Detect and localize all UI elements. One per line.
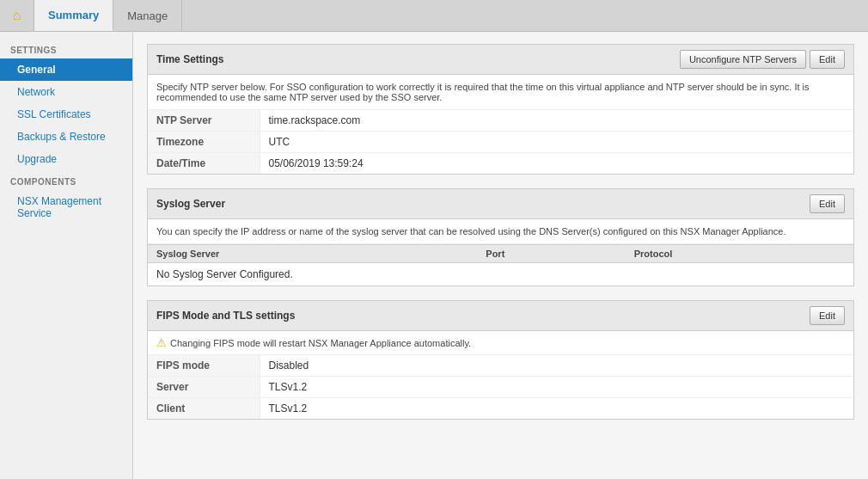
fips-warning: ⚠ Changing FIPS mode will restart NSX Ma… [148, 331, 853, 355]
tab-summary[interactable]: Summary [34, 0, 113, 31]
syslog-table-header-row: Syslog Server Port Protocol [148, 245, 853, 263]
col-syslog-server: Syslog Server [148, 245, 477, 263]
table-row: FIPS mode Disabled [148, 355, 853, 377]
syslog-server-title: Syslog Server [156, 198, 225, 210]
fips-section: FIPS Mode and TLS settings Edit ⚠ Changi… [147, 300, 854, 420]
time-settings-title: Time Settings [156, 53, 223, 65]
ntp-server-value: time.rackspace.com [260, 110, 853, 132]
datetime-label: Date/Time [148, 153, 260, 175]
sidebar: SETTINGS General Network SSL Certificate… [0, 32, 133, 479]
table-row: Client TLSv1.2 [148, 398, 853, 420]
syslog-empty-row: No Syslog Server Configured. [148, 263, 853, 286]
fips-table: FIPS mode Disabled Server TLSv1.2 Client… [148, 355, 853, 419]
syslog-edit-button[interactable]: Edit [810, 194, 845, 213]
fips-mode-label: FIPS mode [148, 355, 260, 377]
sidebar-item-nsx-management-service[interactable]: NSX Management Service [0, 190, 132, 224]
syslog-server-desc: You can specify the IP address or name o… [148, 219, 853, 244]
col-port: Port [477, 245, 625, 263]
components-section-label: COMPONENTS [0, 170, 132, 190]
time-settings-buttons: Unconfigure NTP Servers Edit [680, 50, 845, 69]
time-settings-desc: Specify NTP server below. For SSO config… [148, 75, 853, 110]
time-settings-table: NTP Server time.rackspace.com Timezone U… [148, 110, 853, 174]
sidebar-item-ssl-certificates[interactable]: SSL Certificates [0, 103, 132, 126]
server-value: TLSv1.2 [260, 377, 853, 398]
sidebar-item-network[interactable]: Network [0, 81, 132, 103]
client-label: Client [148, 398, 260, 420]
sidebar-item-general[interactable]: General [0, 58, 132, 81]
server-label: Server [148, 377, 260, 398]
fips-warning-text: Changing FIPS mode will restart NSX Mana… [170, 338, 471, 348]
time-settings-body: NTP Server time.rackspace.com Timezone U… [148, 110, 853, 174]
syslog-server-section: Syslog Server Edit You can specify the I… [147, 188, 854, 286]
syslog-server-body: Syslog Server Port Protocol No Syslog Se… [148, 244, 853, 286]
time-settings-edit-button[interactable]: Edit [810, 50, 845, 69]
table-row: Timezone UTC [148, 132, 853, 153]
unconfigure-ntp-button[interactable]: Unconfigure NTP Servers [680, 50, 806, 69]
timezone-value: UTC [260, 132, 853, 153]
home-button[interactable]: ⌂ [0, 0, 34, 31]
fips-header: FIPS Mode and TLS settings Edit [148, 301, 853, 331]
col-protocol: Protocol [626, 245, 853, 263]
fips-edit-button[interactable]: Edit [810, 306, 845, 325]
fips-body: FIPS mode Disabled Server TLSv1.2 Client… [148, 355, 853, 419]
table-row: Date/Time 05/06/2019 13:59:24 [148, 153, 853, 175]
syslog-table: Syslog Server Port Protocol No Syslog Se… [148, 244, 853, 286]
client-value: TLSv1.2 [260, 398, 853, 420]
syslog-server-header: Syslog Server Edit [148, 189, 853, 219]
datetime-value: 05/06/2019 13:59:24 [260, 153, 853, 175]
sidebar-item-backups-restore[interactable]: Backups & Restore [0, 126, 132, 148]
main-layout: SETTINGS General Network SSL Certificate… [0, 32, 868, 479]
home-icon: ⌂ [13, 8, 21, 23]
fips-title: FIPS Mode and TLS settings [156, 310, 295, 322]
sidebar-item-upgrade[interactable]: Upgrade [0, 148, 132, 170]
ntp-server-label: NTP Server [148, 110, 260, 132]
top-bar: ⌂ Summary Manage [0, 0, 868, 32]
timezone-label: Timezone [148, 132, 260, 153]
table-row: NTP Server time.rackspace.com [148, 110, 853, 132]
tab-manage[interactable]: Manage [113, 0, 182, 31]
warning-icon: ⚠ [156, 336, 167, 349]
fips-mode-value: Disabled [260, 355, 853, 377]
syslog-empty-message: No Syslog Server Configured. [148, 263, 853, 286]
content-area: Time Settings Unconfigure NTP Servers Ed… [133, 32, 868, 479]
time-settings-header: Time Settings Unconfigure NTP Servers Ed… [148, 45, 853, 75]
table-row: Server TLSv1.2 [148, 377, 853, 398]
settings-section-label: SETTINGS [0, 39, 132, 58]
time-settings-section: Time Settings Unconfigure NTP Servers Ed… [147, 44, 854, 175]
